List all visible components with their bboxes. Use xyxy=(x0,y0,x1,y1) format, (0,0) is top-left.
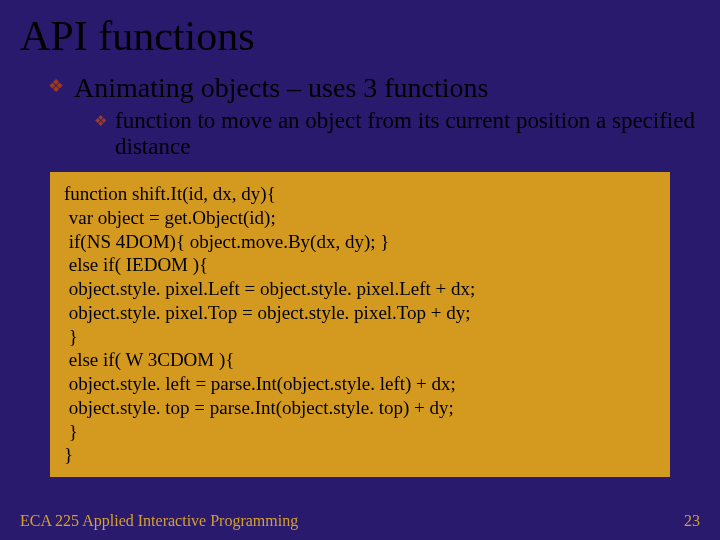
code-line: object.style. pixel.Left = object.style.… xyxy=(64,277,656,301)
code-line: else if( W 3CDOM ){ xyxy=(64,348,656,372)
code-line: object.style. top = parse.Int(object.sty… xyxy=(64,396,656,420)
bullet1-text: Animating objects – uses 3 functions xyxy=(74,72,489,104)
code-block: function shift.It(id, dx, dy){ var objec… xyxy=(48,170,672,479)
diamond-bullet-icon: ❖ xyxy=(48,72,64,101)
code-line: if(NS 4DOM){ object.move.By(dx, dy); } xyxy=(64,230,656,254)
bullet-level2: ❖ function to move an object from its cu… xyxy=(94,108,700,160)
code-line: } xyxy=(64,420,656,444)
code-line: object.style. left = parse.Int(object.st… xyxy=(64,372,656,396)
code-line: else if( IEDOM ){ xyxy=(64,253,656,277)
code-line: } xyxy=(64,325,656,349)
code-line: } xyxy=(64,443,656,467)
code-line: object.style. pixel.Top = object.style. … xyxy=(64,301,656,325)
bullet2-text: function to move an object from its curr… xyxy=(115,108,700,160)
slide-number: 23 xyxy=(684,512,700,530)
slide-title: API functions xyxy=(20,12,700,60)
slide: API functions ❖ Animating objects – uses… xyxy=(0,0,720,540)
bullet-level1: ❖ Animating objects – uses 3 functions xyxy=(48,72,700,104)
slide-footer: ECA 225 Applied Interactive Programming … xyxy=(0,512,720,530)
footer-course: ECA 225 Applied Interactive Programming xyxy=(20,512,298,530)
diamond-bullet-icon: ❖ xyxy=(94,108,107,135)
code-line: function shift.It(id, dx, dy){ xyxy=(64,182,656,206)
code-line: var object = get.Object(id); xyxy=(64,206,656,230)
